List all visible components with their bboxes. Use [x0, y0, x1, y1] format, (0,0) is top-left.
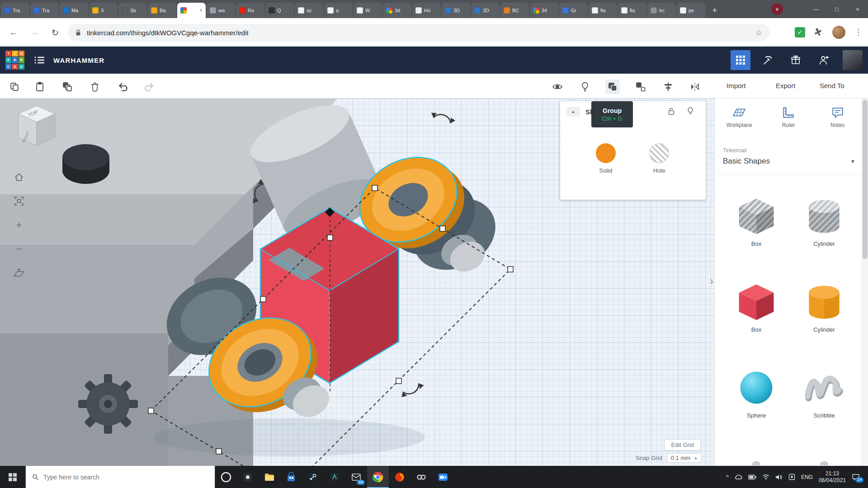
back-button[interactable]: ←	[6, 25, 21, 40]
browser-tab[interactable]: wa	[207, 3, 235, 18]
app-dark-icon[interactable]	[324, 466, 345, 488]
ungroup-button[interactable]	[633, 80, 648, 94]
rotate-handle-icon[interactable]	[400, 382, 425, 399]
chrome-icon[interactable]	[367, 466, 389, 488]
sidebar-collapse-chevron[interactable]: ›	[710, 275, 713, 287]
window-minimize-button[interactable]: —	[806, 0, 826, 18]
paste-button[interactable]	[33, 80, 47, 94]
browser-tab[interactable]: Irc	[647, 3, 676, 18]
scale-handle[interactable]	[440, 226, 445, 231]
scale-handle[interactable]	[148, 408, 154, 413]
browser-tab[interactable]: fla	[618, 3, 646, 18]
gift-icon[interactable]	[786, 50, 806, 70]
browser-tab[interactable]: az	[295, 3, 323, 18]
browser-tab[interactable]: Gr	[559, 3, 588, 18]
tray-battery-icon[interactable]	[748, 474, 756, 480]
notes-tool[interactable]: Notes	[813, 106, 862, 128]
taskbar-search[interactable]	[25, 466, 215, 488]
send-to-button[interactable]: Send To	[820, 82, 844, 89]
browser-tab[interactable]: Sir	[118, 3, 147, 18]
shape-item-cylinder[interactable]: Cylinder	[793, 280, 856, 333]
add-collaborator-icon[interactable]	[814, 50, 834, 70]
microsoft-store-icon[interactable]	[280, 466, 302, 488]
tray-cloud-icon[interactable]	[735, 474, 742, 480]
browser-tab[interactable]: 3d	[383, 3, 411, 18]
shape-item-hole-box[interactable]: Box	[725, 194, 788, 247]
firefox-icon[interactable]	[389, 466, 410, 488]
scale-handle[interactable]	[508, 267, 513, 272]
delete-button[interactable]	[88, 80, 102, 94]
gear-shape[interactable]	[78, 374, 138, 434]
user-avatar[interactable]	[843, 50, 863, 70]
browser-tab[interactable]: Q	[265, 3, 294, 18]
new-tab-button[interactable]: +	[709, 5, 721, 16]
ruler-tool[interactable]: Ruler	[764, 106, 813, 128]
view-cube[interactable]: TOP RIGHT	[18, 106, 55, 145]
shape-item-box[interactable]: Box	[725, 280, 788, 333]
mirror-button[interactable]	[688, 80, 702, 94]
taskbar-search-input[interactable]	[43, 474, 208, 481]
group-button[interactable]	[605, 80, 620, 94]
browser-tab[interactable]: BC	[500, 3, 529, 18]
extension-check-icon[interactable]: ✓	[795, 27, 805, 38]
browser-tab[interactable]: 34	[530, 3, 558, 18]
hole-swatch[interactable]	[649, 143, 669, 163]
import-button[interactable]: Import	[726, 82, 746, 89]
panel-collapse-button[interactable]: ▲	[566, 107, 580, 117]
pickaxe-icon[interactable]	[758, 50, 778, 70]
home-view-button[interactable]	[11, 169, 27, 185]
opera-icon[interactable]	[215, 466, 237, 488]
action-center-icon[interactable]: 14	[852, 474, 860, 481]
language-indicator[interactable]: ENG	[801, 474, 813, 480]
snap-grid-select[interactable]: 0.1 mm ▲	[667, 453, 702, 463]
site-info-lock-icon[interactable]	[75, 29, 81, 36]
lock-icon[interactable]	[667, 107, 676, 116]
video-camera-icon[interactable]	[432, 466, 454, 488]
zoom-in-button[interactable]: +	[11, 217, 27, 233]
browser-tab[interactable]: Tra	[30, 3, 59, 18]
browser-profile-avatar[interactable]	[832, 26, 845, 39]
taskbar-clock[interactable]: 21:13 06/04/2021	[819, 470, 846, 484]
scrollbar-thumb[interactable]	[863, 100, 868, 259]
sidebar-scrollbar[interactable]	[862, 99, 868, 466]
address-bar[interactable]: tinkercad.com/things/dtkWOGVCgqe-warhamm…	[68, 24, 769, 41]
lightbulb-icon[interactable]	[578, 80, 592, 94]
start-button[interactable]	[0, 466, 25, 488]
browser-tab[interactable]: a	[324, 3, 353, 18]
tab-close-icon[interactable]: ×	[199, 7, 203, 14]
browser-tab[interactable]: 3D	[442, 3, 470, 18]
shape-item[interactable]	[793, 455, 856, 465]
infinity-app-icon[interactable]	[410, 466, 432, 488]
shape-item-hole-cylinder[interactable]: Cylinder	[793, 194, 856, 247]
knob-cylinder[interactable]	[62, 144, 109, 184]
shape-item-sphere[interactable]: Sphere	[725, 366, 788, 419]
browser-menu-icon[interactable]: ⋮	[852, 25, 865, 39]
zoom-out-button[interactable]: −	[11, 241, 27, 257]
browser-tab[interactable]: Ma	[60, 3, 88, 18]
window-maximize-button[interactable]: □	[826, 0, 847, 18]
steam-icon[interactable]	[302, 466, 324, 488]
undo-button[interactable]	[116, 80, 130, 94]
reload-button[interactable]: ↻	[48, 25, 62, 40]
browser-tab[interactable]: 3	[89, 3, 118, 18]
tray-app-icon[interactable]	[788, 474, 795, 480]
bookmark-star-icon[interactable]: ☆	[755, 28, 762, 38]
scale-handle[interactable]	[327, 235, 333, 240]
browser-tab-active[interactable]: ×	[177, 3, 206, 18]
dashboard-grid-button[interactable]	[731, 50, 750, 70]
duplicate-button[interactable]	[60, 80, 75, 94]
tab-search-button[interactable]: ∨	[771, 3, 783, 15]
browser-tab[interactable]: fla	[589, 3, 617, 18]
tray-volume-icon[interactable]	[775, 474, 783, 480]
workplane-view-button[interactable]	[11, 265, 27, 281]
browser-tab[interactable]: Tra	[1, 3, 29, 18]
copy-button[interactable]	[7, 80, 22, 94]
show-all-eye-icon[interactable]	[550, 80, 565, 94]
redo-button[interactable]	[142, 80, 156, 94]
browser-tab[interactable]: Ho	[412, 3, 441, 18]
scale-handle[interactable]	[396, 378, 401, 384]
extensions-puzzle-icon[interactable]	[813, 27, 823, 37]
scale-handle[interactable]	[216, 449, 222, 454]
edit-grid-button[interactable]: Edit Grid	[664, 439, 701, 450]
file-explorer-icon[interactable]	[259, 466, 280, 488]
